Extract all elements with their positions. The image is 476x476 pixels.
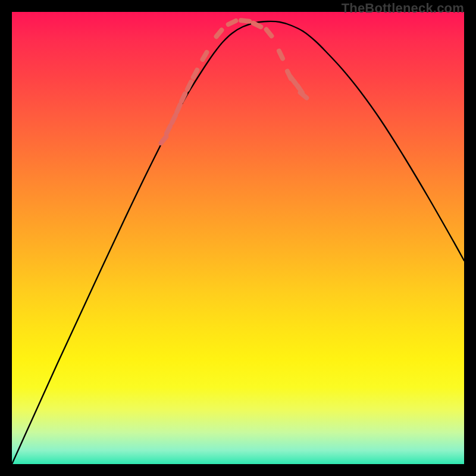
dot-segment xyxy=(203,52,207,60)
dot-segment xyxy=(193,70,197,77)
plot-area xyxy=(12,12,464,464)
dots-group xyxy=(161,20,307,143)
dot-segment xyxy=(241,20,249,21)
dot-segment xyxy=(300,93,307,98)
dot-segment xyxy=(181,94,185,102)
dot-segment xyxy=(177,105,180,112)
dot-segment xyxy=(279,51,283,59)
dot-segment xyxy=(167,126,170,134)
dot-segment xyxy=(253,23,261,27)
dot-segment xyxy=(172,115,176,123)
dot-segment xyxy=(228,21,236,24)
dot-segment xyxy=(187,82,191,90)
dot-segment xyxy=(217,30,222,37)
watermark-text: TheBottleneck.com xyxy=(342,1,464,16)
curve-layer xyxy=(12,12,464,464)
dot-segment xyxy=(161,137,167,143)
chart-stage: TheBottleneck.com xyxy=(0,0,476,476)
dot-segment xyxy=(267,30,272,36)
curve-path xyxy=(12,21,464,464)
